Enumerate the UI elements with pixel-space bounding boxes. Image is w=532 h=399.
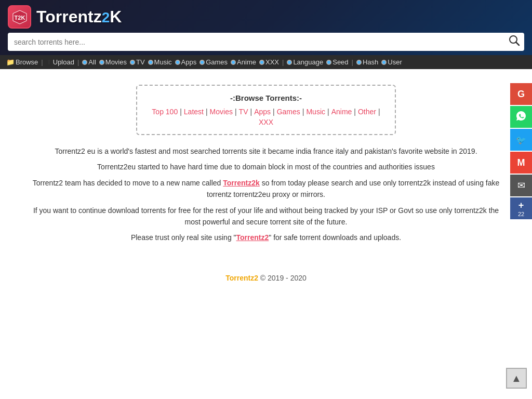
radio-games: [200, 60, 205, 65]
radio-seed: [326, 60, 331, 65]
nav-all[interactable]: All: [88, 58, 96, 66]
browse-link-apps[interactable]: Apps: [254, 108, 271, 116]
nav-xxx[interactable]: XXX: [265, 58, 279, 66]
gmail-icon: M: [517, 157, 525, 168]
radio-movies: [99, 60, 104, 65]
header: T2K Torrentz2K: [0, 0, 532, 55]
site-logo[interactable]: Torrentz2K: [36, 7, 122, 26]
google-icon: G: [517, 89, 525, 100]
share-plus-button[interactable]: + 22: [510, 197, 532, 219]
nav-movies[interactable]: Movies: [105, 58, 127, 66]
browse-link-music[interactable]: Music: [306, 108, 325, 116]
nav-music[interactable]: Music: [154, 58, 172, 66]
logo-area: T2K Torrentz2K: [8, 5, 524, 29]
browse-link-anime[interactable]: Anime: [331, 108, 352, 116]
twitter-share-button[interactable]: 🐦: [510, 129, 532, 151]
info-line3: Torrentz2 team has decided to move to a …: [27, 177, 505, 201]
svg-line-3: [516, 42, 519, 45]
search-input[interactable]: [12, 36, 509, 48]
browse-link-xxx[interactable]: XXX: [259, 118, 273, 126]
share-count: 22: [518, 211, 524, 217]
nav-seed[interactable]: Seed: [332, 58, 348, 66]
radio-anime: [231, 60, 236, 65]
radio-all: [82, 60, 87, 65]
gmail-share-button[interactable]: M: [510, 152, 532, 174]
browse-link-movies[interactable]: Movies: [210, 108, 233, 116]
google-share-button[interactable]: G: [510, 83, 532, 105]
svg-text:T2K: T2K: [14, 15, 25, 21]
nav-tv[interactable]: TV: [136, 58, 145, 66]
nav-apps[interactable]: Apps: [181, 58, 197, 66]
whatsapp-share-button[interactable]: [510, 106, 532, 128]
nav-bar: 📁 Browse | ⬆ Upload | All Movies TV Musi…: [0, 55, 532, 69]
nav-hash[interactable]: Hash: [363, 58, 378, 66]
nav-anime[interactable]: Anime: [237, 58, 256, 66]
radio-music: [148, 60, 153, 65]
footer-text: © 2019 - 2020: [258, 274, 307, 282]
radio-hash: [356, 60, 362, 65]
plus-icon: +: [518, 200, 524, 211]
info-line5: Please trust only real site using "Torre…: [27, 232, 505, 243]
info-line4: If you want to continue download torrent…: [27, 205, 505, 228]
whatsapp-icon: [515, 110, 527, 124]
torrentz2-link[interactable]: Torrentz2: [236, 233, 269, 242]
nav-browse[interactable]: Browse: [16, 58, 38, 66]
browse-links: Top 100 | Latest | Movies | TV | Apps | …: [148, 108, 384, 126]
upload-icon: ⬆: [46, 58, 52, 66]
search-bar: [8, 33, 524, 51]
info-line1: Torrentz2 eu is a world's fastest and mo…: [27, 145, 505, 157]
radio-user: [381, 60, 387, 65]
nav-language[interactable]: Language: [293, 58, 323, 66]
search-button[interactable]: [509, 35, 520, 49]
browse-box: -:Browse Torrents:- Top 100 | Latest | M…: [136, 85, 396, 135]
browse-link-other[interactable]: Other: [358, 108, 376, 116]
nav-user[interactable]: User: [388, 58, 402, 66]
twitter-icon: 🐦: [516, 135, 526, 145]
radio-tv: [130, 60, 135, 65]
logo-icon: T2K: [8, 5, 31, 29]
email-icon: ✉: [517, 180, 525, 191]
nav-games[interactable]: Games: [206, 58, 228, 66]
info-line2: Torrentz2eu started to have hard time du…: [27, 161, 505, 172]
browse-link-games[interactable]: Games: [277, 108, 300, 116]
torrentz2k-link[interactable]: Torrentz2k: [223, 179, 260, 187]
browse-link-top100[interactable]: Top 100: [152, 108, 178, 116]
radio-xxx: [259, 60, 264, 65]
browse-link-latest[interactable]: Latest: [184, 108, 204, 116]
browse-icon: 📁: [6, 58, 15, 66]
email-share-button[interactable]: ✉: [510, 175, 532, 196]
radio-language: [287, 60, 292, 65]
search-icon: [509, 35, 520, 46]
footer: Torrentz2 © 2019 - 2020: [0, 263, 532, 292]
radio-apps: [175, 60, 180, 65]
nav-upload[interactable]: Upload: [53, 58, 74, 66]
main-content: -:Browse Torrents:- Top 100 | Latest | M…: [17, 69, 515, 263]
browse-title: -:Browse Torrents:-: [148, 94, 384, 102]
browse-link-tv[interactable]: TV: [239, 108, 248, 116]
social-sidebar: G 🐦 M ✉ + 22: [510, 83, 532, 220]
footer-link[interactable]: Torrentz2: [225, 274, 258, 282]
